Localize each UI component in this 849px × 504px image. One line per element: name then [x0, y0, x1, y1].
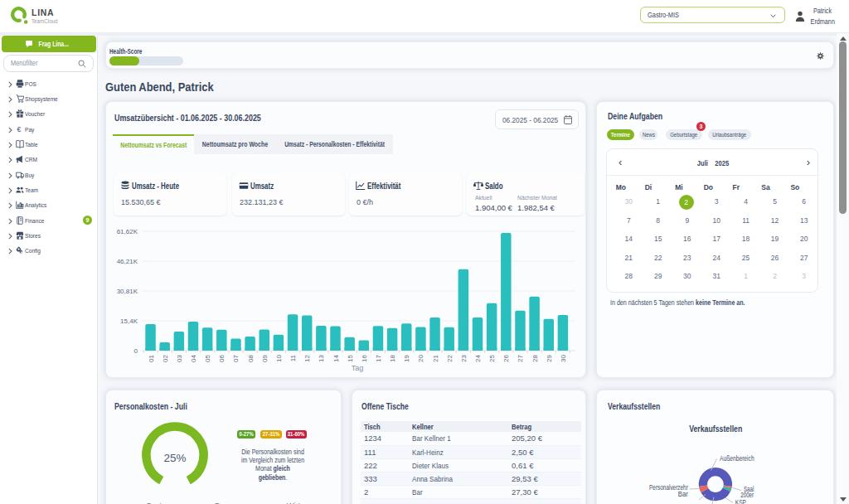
- svg-text:01: 01: [148, 354, 155, 361]
- svg-text:15,4K: 15,4K: [120, 317, 138, 325]
- svg-text:18: 18: [389, 354, 396, 361]
- svg-text:46,21K: 46,21K: [117, 258, 138, 265]
- svg-text:22: 22: [446, 354, 454, 361]
- svg-text:10: 10: [275, 354, 283, 361]
- svg-text:11: 11: [289, 354, 297, 361]
- svg-text:0: 0: [134, 347, 138, 355]
- svg-text:Außenbereich: Außenbereich: [720, 454, 754, 463]
- svg-text:05: 05: [204, 354, 211, 361]
- svg-text:KSP: KSP: [735, 498, 746, 504]
- svg-text:30,81K: 30,81K: [117, 288, 138, 295]
- svg-text:15: 15: [347, 354, 354, 361]
- svg-text:13: 13: [318, 354, 325, 361]
- svg-text:Bar: Bar: [678, 490, 688, 498]
- svg-text:12: 12: [303, 354, 311, 361]
- svg-text:03: 03: [176, 354, 183, 361]
- svg-text:Tag: Tag: [352, 364, 364, 372]
- svg-text:17: 17: [375, 354, 382, 361]
- svg-text:09: 09: [261, 354, 269, 361]
- svg-text:06: 06: [218, 354, 226, 361]
- svg-text:28: 28: [531, 354, 539, 361]
- svg-text:30: 30: [560, 354, 567, 361]
- svg-text:07: 07: [232, 354, 240, 361]
- svg-text:04: 04: [190, 354, 197, 361]
- svg-text:29: 29: [546, 354, 553, 361]
- svg-text:21: 21: [432, 354, 439, 361]
- svg-text:16: 16: [361, 354, 368, 361]
- svg-text:26: 26: [502, 354, 510, 361]
- svg-text:02: 02: [162, 354, 169, 361]
- svg-text:61,62K: 61,62K: [117, 228, 138, 235]
- svg-text:24: 24: [474, 354, 482, 361]
- svg-text:€: €: [17, 125, 21, 133]
- svg-text:25: 25: [488, 354, 496, 361]
- svg-text:23: 23: [460, 354, 468, 361]
- svg-text:20: 20: [417, 354, 424, 361]
- svg-text:27: 27: [517, 354, 524, 361]
- svg-text:19: 19: [403, 354, 410, 361]
- svg-text:14: 14: [332, 354, 340, 361]
- svg-text:08: 08: [247, 354, 255, 361]
- svg-text:25%: 25%: [163, 452, 186, 464]
